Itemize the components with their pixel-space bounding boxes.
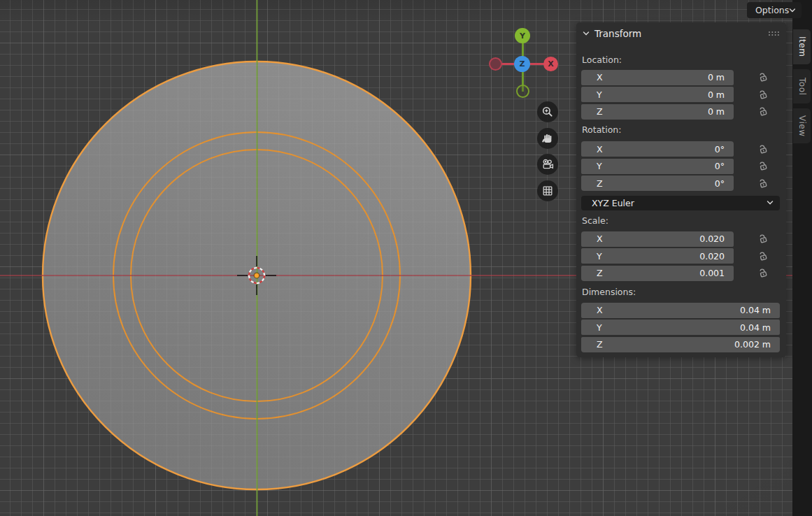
scale-y-lock-button[interactable]	[757, 251, 768, 261]
transform-panel-header[interactable]: Transform	[583, 27, 780, 41]
gizmo-y-negative-ball[interactable]	[516, 85, 529, 98]
dimensions-fields: X 0.04 m Y 0.04 m Z 0.002 m	[576, 303, 786, 352]
axis-label: Y	[597, 161, 715, 171]
region-scrollbar-track[interactable]	[786, 22, 792, 357]
location-z-lock-button[interactable]	[757, 106, 768, 117]
location-y-field[interactable]: Y 0 m	[581, 87, 734, 102]
axis-value: 0 m	[708, 89, 725, 100]
gizmo-z-positive-ball[interactable]: Z	[514, 56, 530, 72]
location-label: Location:	[582, 54, 786, 66]
axis-value: 0 m	[708, 106, 725, 117]
axis-value: 0°	[715, 178, 725, 189]
axis-label: Z	[597, 106, 708, 117]
location-z-field[interactable]: Z 0 m	[581, 104, 734, 120]
unlock-icon	[757, 234, 768, 244]
axis-value: 0.002 m	[734, 339, 771, 350]
scale-x-field[interactable]: X 0.020	[581, 231, 734, 247]
location-x-lock-button[interactable]	[757, 72, 768, 83]
pan-button[interactable]	[537, 128, 558, 149]
gizmo-x-label: X	[548, 59, 553, 69]
chevron-down-icon	[789, 8, 796, 13]
scale-z-field[interactable]: Z 0.001	[581, 266, 734, 281]
axis-label: Y	[597, 322, 740, 333]
location-x-field[interactable]: X 0 m	[581, 70, 734, 85]
tab-tool-label: Tool	[797, 78, 807, 95]
tab-item-label: Item	[797, 36, 807, 57]
rotation-mode-dropdown[interactable]: XYZ Euler	[581, 196, 780, 210]
rotation-z-field[interactable]: Z 0°	[581, 175, 734, 191]
rotation-x-field[interactable]: X 0°	[581, 141, 734, 157]
tab-view-label: View	[797, 115, 807, 136]
rotation-mode-value: XYZ Euler	[592, 198, 767, 208]
viewport-controls	[537, 101, 558, 206]
axis-label: X	[597, 72, 708, 83]
rotation-label: Rotation:	[582, 124, 786, 136]
unlock-icon	[757, 89, 768, 100]
panel-collapse-chevron-icon[interactable]	[583, 31, 590, 36]
axis-label: X	[597, 305, 740, 315]
rotation-y-field[interactable]: Y 0°	[581, 159, 734, 174]
axis-label: Z	[597, 268, 699, 278]
gizmo-z-label: Z	[520, 59, 525, 69]
blender-window: Y X Z	[0, 0, 812, 516]
gizmo-x-positive-ball[interactable]: X	[543, 57, 558, 71]
axis-value: 0 m	[708, 72, 725, 83]
grid-icon	[541, 185, 554, 197]
rotation-z-lock-button[interactable]	[757, 178, 768, 189]
location-y-lock-button[interactable]	[757, 89, 768, 100]
scale-label: Scale:	[582, 215, 786, 227]
axis-value: 0°	[715, 144, 725, 155]
zoom-button[interactable]	[537, 101, 558, 122]
gizmo-y-label: Y	[520, 31, 525, 41]
unlock-icon	[757, 161, 768, 171]
scale-x-lock-button[interactable]	[757, 234, 768, 244]
sidebar-tab-strip: Item Tool View	[792, 0, 812, 516]
dimensions-x-field[interactable]: X 0.04 m	[581, 303, 780, 318]
tab-view[interactable]: View	[793, 108, 811, 143]
movie-camera-icon	[541, 158, 555, 171]
unlock-icon	[757, 251, 768, 261]
axis-label: X	[597, 234, 699, 244]
navigation-gizmo[interactable]: Y X Z	[486, 27, 560, 101]
axis-value: 0.04 m	[740, 322, 771, 333]
unlock-icon	[757, 178, 768, 189]
axis-value: 0.001	[699, 268, 725, 278]
rotation-y-lock-button[interactable]	[757, 161, 768, 171]
dimensions-y-field[interactable]: Y 0.04 m	[581, 320, 780, 335]
options-button[interactable]: Options	[747, 2, 802, 18]
axis-label: Y	[597, 251, 699, 261]
grid-toggle-button[interactable]	[537, 180, 558, 201]
camera-view-button[interactable]	[537, 154, 558, 175]
panel-drag-dots-icon[interactable]	[768, 31, 780, 36]
unlock-icon	[757, 144, 768, 155]
chevron-down-icon	[767, 200, 774, 206]
magnifier-plus-icon	[541, 106, 554, 118]
unlock-icon	[757, 106, 768, 117]
transform-panel: Transform Location: X 0 m Y 0	[576, 22, 786, 357]
axis-value: 0°	[715, 161, 725, 171]
axis-label: X	[597, 144, 715, 155]
unlock-icon	[757, 72, 768, 83]
unlock-icon	[757, 268, 768, 278]
tab-item[interactable]: Item	[793, 29, 811, 64]
axis-value: 0.020	[699, 251, 725, 261]
panel-title: Transform	[594, 28, 768, 39]
tab-tool[interactable]: Tool	[793, 69, 811, 103]
rotation-fields: X 0° Y 0° Z 0°	[576, 141, 786, 191]
hand-icon	[541, 132, 554, 145]
options-label: Options	[755, 5, 789, 15]
axis-label: Y	[597, 89, 708, 100]
axis-value: 0.04 m	[740, 305, 771, 315]
gizmo-y-positive-ball[interactable]: Y	[515, 28, 530, 43]
scale-z-lock-button[interactable]	[757, 268, 768, 278]
object-origin-dot	[254, 273, 259, 278]
location-fields: X 0 m Y 0 m Z 0 m	[576, 70, 786, 120]
axis-label: Z	[597, 339, 734, 350]
axis-label: Z	[597, 178, 715, 189]
dimensions-z-field[interactable]: Z 0.002 m	[581, 337, 780, 352]
rotation-x-lock-button[interactable]	[757, 144, 768, 155]
axis-value: 0.020	[699, 234, 725, 244]
gizmo-x-negative-ball[interactable]	[489, 57, 502, 71]
scale-fields: X 0.020 Y 0.020 Z 0.001	[576, 231, 786, 281]
scale-y-field[interactable]: Y 0.020	[581, 248, 734, 264]
